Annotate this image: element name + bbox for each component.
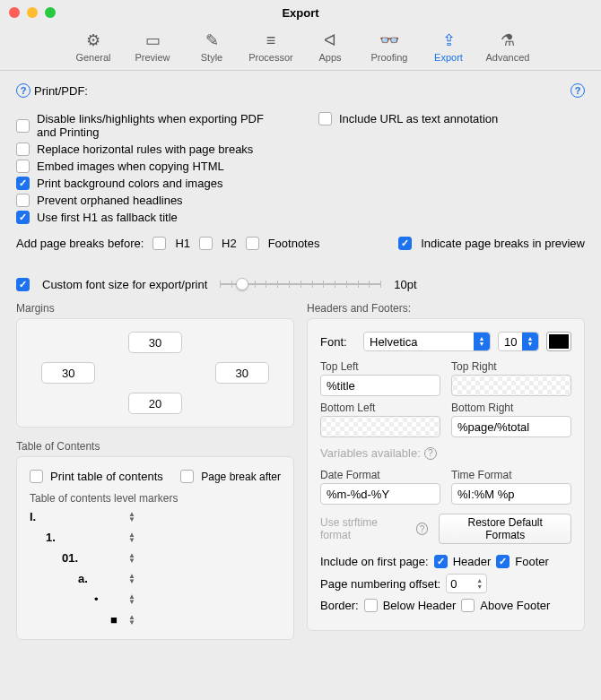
embed-images-label: Embed images when copying HTML xyxy=(37,160,224,173)
pb-footnotes-label: Footnotes xyxy=(268,237,320,250)
print-toc-label: Print table of contents xyxy=(50,470,163,483)
font-size-select-value: 10 xyxy=(504,335,517,349)
tab-style[interactable]: ✎Style xyxy=(187,30,237,63)
font-select[interactable]: Helvetica ▲▼ xyxy=(363,332,491,351)
include-first-label: Include on first page: xyxy=(320,555,429,568)
tab-processor[interactable]: ≡Processor xyxy=(246,30,296,63)
top-right-input[interactable] xyxy=(451,375,571,396)
select-arrows-icon: ▲▼ xyxy=(474,333,490,350)
prevent-orphan-checkbox[interactable] xyxy=(16,194,30,207)
variables-label: Variables available: xyxy=(320,446,421,460)
offset-stepper[interactable]: ▲▼ xyxy=(476,577,483,590)
top-left-input[interactable] xyxy=(320,375,440,396)
margin-top-input[interactable] xyxy=(128,332,182,353)
above-footer-label: Above Footer xyxy=(480,599,550,612)
font-select-value: Helvetica xyxy=(370,335,417,349)
below-header-checkbox[interactable] xyxy=(364,599,378,612)
print-bg-label: Print background colors and images xyxy=(37,177,222,190)
include-url-checkbox[interactable] xyxy=(318,112,332,125)
window-title: Export xyxy=(0,6,601,20)
tab-advanced[interactable]: ⚗Advanced xyxy=(483,30,533,63)
margin-bottom-input[interactable] xyxy=(128,393,182,414)
custom-font-checkbox[interactable] xyxy=(16,278,30,291)
include-footer-label: Footer xyxy=(515,555,549,568)
titlebar: Export xyxy=(0,0,601,25)
margin-left-input[interactable] xyxy=(41,362,95,384)
section-title: Print/PDF: xyxy=(34,84,88,98)
font-size-slider[interactable] xyxy=(220,275,381,293)
print-toc-checkbox[interactable] xyxy=(30,470,43,483)
below-header-label: Below Header xyxy=(383,599,457,612)
tab-preview[interactable]: ▭Preview xyxy=(127,30,178,63)
pb-h1-checkbox[interactable] xyxy=(152,237,166,250)
glasses-icon: 👓 xyxy=(379,30,399,50)
margins-group xyxy=(16,318,294,428)
toc-marker-3-stepper[interactable]: ▲▼ xyxy=(128,553,135,564)
toc-marker-6-stepper[interactable]: ▲▼ xyxy=(128,615,135,626)
offset-input[interactable]: 0▲▼ xyxy=(446,574,487,593)
include-footer-checkbox[interactable] xyxy=(496,555,510,568)
bottom-right-label: Bottom Right xyxy=(451,402,571,414)
toc-marker-5: • xyxy=(30,592,119,606)
hf-heading: Headers and Footers: xyxy=(307,302,585,315)
toc-marker-2-stepper[interactable]: ▲▼ xyxy=(128,532,135,543)
toc-marker-5-stepper[interactable]: ▲▼ xyxy=(128,594,135,605)
bottom-right-input[interactable] xyxy=(451,416,571,437)
help-icon-right[interactable]: ? xyxy=(571,83,585,98)
replace-hr-label: Replace horizontal rules with page break… xyxy=(37,143,253,156)
toc-pagebreak-label: Page break after xyxy=(201,471,281,483)
select-arrows-icon: ▲▼ xyxy=(522,333,538,350)
disable-links-label: Disable links/highlights when exporting … xyxy=(37,112,283,139)
replace-hr-checkbox[interactable] xyxy=(16,143,30,156)
toc-marker-6: ■ xyxy=(30,613,119,627)
help-icon[interactable]: ? xyxy=(16,83,30,98)
date-format-label: Date Format xyxy=(320,469,440,481)
tab-general[interactable]: ⚙General xyxy=(68,30,118,63)
font-color-swatch[interactable] xyxy=(546,332,571,351)
border-label: Border: xyxy=(320,599,359,612)
disable-links-checkbox[interactable] xyxy=(16,119,30,133)
toc-marker-4: a. xyxy=(30,572,119,585)
slider-thumb[interactable] xyxy=(236,278,248,290)
tab-proofing[interactable]: 👓Proofing xyxy=(364,30,414,63)
strftime-label: Use strftime format xyxy=(320,516,411,541)
variables-help-icon[interactable]: ? xyxy=(424,447,437,460)
print-bg-checkbox[interactable] xyxy=(16,177,30,190)
use-h1-checkbox[interactable] xyxy=(16,211,30,224)
include-header-checkbox[interactable] xyxy=(434,555,448,568)
tab-export[interactable]: ⇪Export xyxy=(423,30,474,63)
hf-group: Font: Helvetica ▲▼ 10 ▲▼ Top Left Top Ri… xyxy=(307,318,585,631)
pb-h2-checkbox[interactable] xyxy=(199,237,213,250)
bottom-left-label: Bottom Left xyxy=(320,402,440,414)
custom-font-label: Custom font size for export/print xyxy=(42,278,207,291)
toc-markers-heading: Table of contents level markers xyxy=(30,492,281,505)
toc-pagebreak-checkbox[interactable] xyxy=(180,470,194,483)
tab-apps[interactable]: ᐊApps xyxy=(305,30,355,63)
use-h1-label: Use first H1 as fallback title xyxy=(37,211,178,224)
toc-marker-1-stepper[interactable]: ▲▼ xyxy=(128,512,135,523)
top-right-label: Top Right xyxy=(451,360,571,373)
font-size-value: 10pt xyxy=(394,278,416,291)
restore-formats-button[interactable]: Restore Default Formats xyxy=(439,514,571,544)
margin-right-input[interactable] xyxy=(215,362,269,384)
preferences-toolbar: ⚙General ▭Preview ✎Style ≡Processor ᐊApp… xyxy=(0,25,601,71)
indicate-pb-label: Indicate page breaks in preview xyxy=(421,237,585,250)
pb-h2-label: H2 xyxy=(222,237,237,250)
indicate-pb-checkbox[interactable] xyxy=(398,237,412,250)
processor-icon: ≡ xyxy=(266,30,276,50)
strftime-help-icon[interactable]: ? xyxy=(416,523,429,535)
time-format-input[interactable] xyxy=(451,483,571,505)
export-icon: ⇪ xyxy=(442,30,456,50)
apps-icon: ᐊ xyxy=(324,30,336,50)
embed-images-checkbox[interactable] xyxy=(16,160,30,173)
pb-footnotes-checkbox[interactable] xyxy=(246,237,259,250)
preview-icon: ▭ xyxy=(145,30,161,50)
date-format-input[interactable] xyxy=(320,483,440,505)
toc-marker-3: 01. xyxy=(30,551,119,565)
bottom-left-input[interactable] xyxy=(320,416,440,437)
toc-group: Print table of contents Page break after… xyxy=(16,456,294,640)
font-size-select[interactable]: 10 ▲▼ xyxy=(498,332,539,351)
toc-marker-4-stepper[interactable]: ▲▼ xyxy=(128,574,135,584)
above-footer-checkbox[interactable] xyxy=(461,599,475,612)
top-left-label: Top Left xyxy=(320,360,440,373)
